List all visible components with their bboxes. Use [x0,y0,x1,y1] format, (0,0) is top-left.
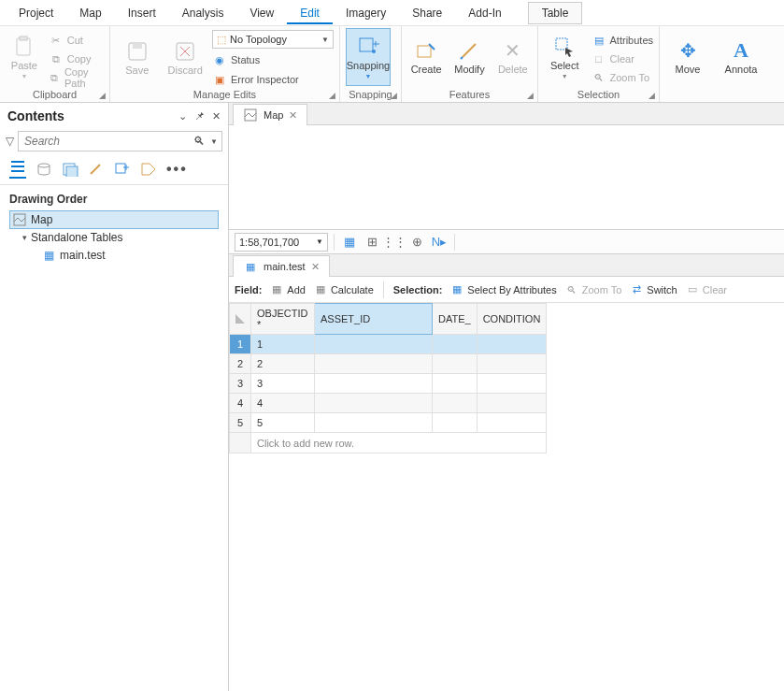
grid-tool-icon[interactable]: ⊞ [363,233,381,252]
toc-map-node[interactable]: Map [9,210,219,229]
dropdown-arrow-icon[interactable]: ▼ [316,238,323,246]
topology-dropdown[interactable]: ⬚ No Topology ▼ [212,30,334,49]
toc-tab-edit[interactable] [88,162,105,177]
toc-tab-source[interactable] [36,162,52,177]
cell-condition[interactable] [477,413,547,433]
clear-selection-button[interactable]: □ Clear [592,50,653,67]
toc-table-item[interactable]: ▦ main.test [9,246,219,265]
scale-input[interactable]: 1:58,701,700 ▼ [235,233,328,252]
menu-context-table[interactable]: Table [528,2,583,24]
cell-date[interactable] [433,394,478,413]
annotate-button[interactable]: A Annota [716,28,766,86]
clear-sel-button[interactable]: ▭ Clear [685,282,727,297]
toc-tab-snapping[interactable] [114,162,131,177]
toc-tab-drawing-order[interactable] [9,159,26,179]
dialog-launcher-icon[interactable]: ◢ [329,91,335,100]
cell-asset-id[interactable] [315,394,433,413]
snapping-button[interactable]: Snapping ▼ [346,28,391,86]
inference-tool-icon[interactable]: N▸ [430,233,449,252]
cell-date[interactable] [433,354,478,374]
col-objectid[interactable]: OBJECTID * [251,304,315,335]
map-canvas[interactable] [229,125,784,229]
pin-icon[interactable]: 📌︎ [194,110,205,122]
cell-condition[interactable] [477,374,547,394]
move-button[interactable]: ✥ Move [665,28,710,86]
error-inspector-button[interactable]: ▣ Error Inspector [212,71,334,88]
add-field-button[interactable]: ▦ Add [269,282,306,297]
cell-date[interactable] [433,335,478,354]
cell-objectid[interactable]: 3 [251,374,315,394]
toc-tab-label[interactable] [140,162,157,177]
copy-path-button[interactable]: ⧉ Copy Path [49,69,104,86]
cell-condition[interactable] [477,335,547,354]
menu-insert[interactable]: Insert [115,2,169,24]
create-button[interactable]: Create [407,28,445,86]
search-input[interactable]: 🔍︎ ▼ [18,131,222,151]
table-row[interactable]: 33 [230,374,547,394]
cell-objectid[interactable]: 5 [251,413,315,433]
correction-tool-icon[interactable]: ⊕ [407,233,426,252]
row-selector-header[interactable] [230,304,251,335]
new-row[interactable]: Click to add new row. [230,433,547,453]
cell-date[interactable] [433,413,478,433]
search-icon[interactable]: 🔍︎ [193,135,205,148]
paste-button[interactable]: Paste ▼ [6,28,43,86]
dialog-launcher-icon[interactable]: ◢ [649,91,655,100]
modify-button[interactable]: Modify [450,28,488,86]
row-selector[interactable] [230,433,251,453]
cell-condition[interactable] [477,394,547,413]
autohide-icon[interactable]: ⌄ [178,110,187,122]
select-by-attr-button[interactable]: ▦ Select By Attributes [449,282,556,297]
table-row[interactable]: 11 [230,335,547,354]
dialog-launcher-icon[interactable]: ◢ [527,91,534,100]
menu-edit[interactable]: Edit [287,2,333,24]
map-tab[interactable]: Map ✕ [233,104,307,125]
cut-button[interactable]: ✂ Cut [49,32,104,49]
calculate-button[interactable]: ▦ Calculate [313,282,374,297]
attributes-button[interactable]: ▤ Attributes [592,32,653,49]
cell-asset-id[interactable] [315,413,433,433]
search-field[interactable] [22,134,218,149]
menu-map[interactable]: Map [66,2,114,24]
snap-tool-icon[interactable]: ⋮⋮ [385,233,404,252]
cell-objectid[interactable]: 4 [251,394,315,413]
dialog-launcher-icon[interactable]: ◢ [99,91,106,100]
table-row[interactable]: 44 [230,394,547,413]
toc-tab-selection[interactable] [62,162,78,177]
menu-addin[interactable]: Add-In [455,2,514,24]
close-icon[interactable]: ✕ [212,110,221,122]
dialog-launcher-icon[interactable]: ◢ [391,91,397,100]
menu-imagery[interactable]: Imagery [333,2,399,24]
table-row[interactable]: 55 [230,413,547,433]
close-tab-icon[interactable]: ✕ [289,109,297,122]
select-tool-icon[interactable]: ▦ [340,233,359,252]
cell-asset-id[interactable] [315,374,433,394]
collapse-icon[interactable]: ▾ [22,233,27,242]
cell-condition[interactable] [477,354,547,374]
cell-asset-id[interactable] [315,354,433,374]
table-tab[interactable]: ▦ main.test ✕ [233,255,330,277]
switch-button[interactable]: ⇄ Switch [629,282,677,297]
toc-tab-more[interactable]: ••• [166,161,188,178]
menu-view[interactable]: View [236,2,287,24]
dropdown-arrow-icon[interactable]: ▼ [210,137,218,146]
delete-button[interactable]: ✕ Delete [494,28,532,86]
menu-share[interactable]: Share [399,2,455,24]
discard-button[interactable]: Discard [164,29,207,87]
row-selector[interactable]: 1 [230,335,251,354]
cell-objectid[interactable]: 2 [251,354,315,374]
select-button[interactable]: Select ▼ [544,28,586,86]
row-selector[interactable]: 4 [230,394,251,413]
row-selector[interactable]: 3 [230,374,251,394]
col-condition[interactable]: CONDITION [477,304,547,335]
attribute-table[interactable]: OBJECTID * ASSET_ID DATE_ CONDITION 1122… [229,303,547,453]
cell-asset-id[interactable] [315,335,433,354]
row-selector[interactable]: 5 [230,413,251,433]
menu-analysis[interactable]: Analysis [169,2,237,24]
col-date[interactable]: DATE_ [433,304,478,335]
zoom-to-button[interactable]: 🔍︎ Zoom To [592,69,653,86]
save-edits-button[interactable]: Save [116,29,159,87]
close-tab-icon[interactable]: ✕ [311,261,320,273]
table-row[interactable]: 22 [230,354,547,374]
cell-date[interactable] [433,374,478,394]
